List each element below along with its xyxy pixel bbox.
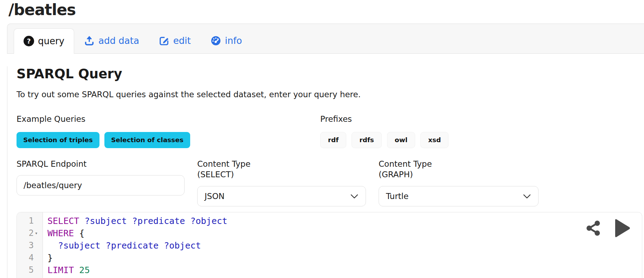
example-queries-section: Example Queries Selection of triples Sel… [17,114,320,148]
tab-query-label: query [38,36,64,46]
selection-of-classes-button[interactable]: Selection of classes [104,132,190,148]
example-queries-heading: Example Queries [17,114,320,124]
query-description: To try out some SPARQL queries against t… [17,90,644,99]
tab-edit[interactable]: edit [149,28,201,53]
code-line: } [47,252,227,264]
sparql-query-heading: SPARQL Query [17,66,644,81]
code-line: ?subject ?predicate ?object [47,239,227,252]
sparql-endpoint-field-group: SPARQL Endpoint [17,159,185,206]
prefixes-section: Prefixes rdf rdfs owl xsd [320,114,449,148]
dataset-panel: ? query add data edit [7,24,644,278]
query-editor-container: 12▾345 SELECT ?subject ?predicate ?objec… [17,212,642,278]
fold-arrow-icon[interactable]: ▾ [35,227,40,239]
sparql-endpoint-input[interactable] [17,175,185,196]
content-type-select-value: JSON [205,192,225,201]
endpoint-contenttype-row: SPARQL Endpoint Content Type (SELECT) JS… [17,159,644,206]
prefixes-heading: Prefixes [320,114,449,124]
run-query-button[interactable] [611,217,633,239]
content-type-select-label: Content Type (SELECT) [197,159,366,180]
code-line: LIMIT 25 [47,264,227,276]
code-line: SELECT ?subject ?predicate ?object [47,215,227,227]
chevron-down-icon [523,192,531,201]
editor-action-buttons [586,217,633,239]
content-type-graph-value: Turtle [386,192,408,201]
content-type-graph-field-group: Content Type (GRAPH) Turtle [379,159,539,206]
tab-info-label: info [225,35,242,46]
pencil-square-icon [159,35,169,46]
code-line: WHERE { [47,227,227,239]
question-circle-icon: ? [24,36,34,46]
prefix-rdfs-button[interactable]: rdfs [352,132,381,148]
line-number: 2▾ [17,227,43,239]
line-number: 3 [17,239,43,252]
content-type-select-field-group: Content Type (SELECT) JSON [197,159,366,206]
page-title: /beatles [8,1,644,19]
tab-add-data-label: add data [98,35,139,46]
prefix-buttons: rdf rdfs owl xsd [320,132,449,148]
code-lines: SELECT ?subject ?predicate ?objectWHERE … [43,212,227,278]
share-query-button[interactable] [586,219,601,237]
prefix-owl-button[interactable]: owl [387,132,415,148]
tab-bar: ? query add data edit [7,24,644,54]
prefix-xsd-button[interactable]: xsd [420,132,449,148]
tab-edit-label: edit [173,35,191,46]
selection-of-triples-button[interactable]: Selection of triples [17,132,99,148]
content-type-select-dropdown[interactable]: JSON [197,186,366,206]
line-number: 5 [17,264,43,276]
examples-prefixes-row: Example Queries Selection of triples Sel… [17,114,644,148]
tachometer-icon [211,35,221,46]
chevron-down-icon [350,192,359,201]
sparql-endpoint-label: SPARQL Endpoint [17,159,185,169]
example-query-buttons: Selection of triples Selection of classe… [17,132,320,148]
editor-line-numbers: 12▾345 [17,212,43,278]
tab-query[interactable]: ? query [14,28,74,54]
query-tab-content: SPARQL Query To try out some SPARQL quer… [7,66,644,278]
upload-icon [84,35,95,46]
content-type-graph-dropdown[interactable]: Turtle [379,186,539,206]
line-number: 1 [17,215,43,227]
sparql-code-editor[interactable]: 12▾345 SELECT ?subject ?predicate ?objec… [17,212,642,278]
content-type-graph-label: Content Type (GRAPH) [379,159,539,180]
tab-add-data[interactable]: add data [74,28,149,53]
line-number: 4 [17,252,43,264]
tab-info[interactable]: info [201,28,252,53]
prefix-rdf-button[interactable]: rdf [320,132,346,148]
